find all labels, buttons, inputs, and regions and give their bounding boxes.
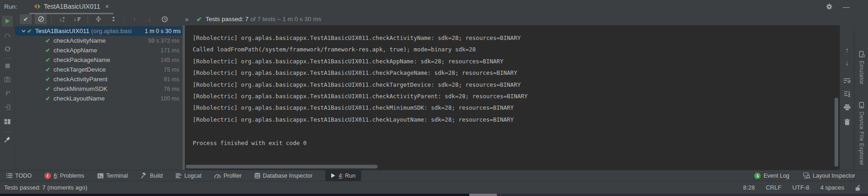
bottom-edge-segment [0,194,469,196]
scroll-up-button[interactable]: ↑ [842,45,852,54]
layout-inspector-icon [803,173,810,179]
test-passed-icon: ✔ [45,76,50,83]
test-tree-root-row[interactable]: ✔ TestA1BasicUIX011 (org.aplas.basi 1 m … [15,26,183,36]
toggle-auto-test-icon[interactable] [2,43,13,54]
test-tree-row[interactable]: ✔ checkLayoutName 100 ms [15,94,183,103]
database-icon [255,173,260,179]
layout-inspector-button[interactable]: Layout Inspector [803,170,855,181]
caret-position-widget[interactable]: 8:28 [743,184,755,191]
problems-error-badge: ! [45,173,51,179]
chevron-down-icon[interactable] [20,29,27,33]
toolbar-separator [124,16,124,23]
tool-window-button-todo[interactable]: TODO [6,170,32,181]
test-tree: ✔ TestA1BasicUIX011 (org.aplas.basi 1 m … [15,25,183,170]
next-failed-test-button: ↓ [144,14,156,24]
header-actions: — [826,3,868,11]
test-tree-row[interactable]: ✔ checkPackageName 145 ms [15,55,183,65]
tool-window-bar-right: 1 Event Log Layout Inspector [754,170,868,181]
test-passed-icon: ✔ [45,66,50,73]
tests-passed-count: Tests passed: 7 [206,16,249,22]
rerun-tests-button[interactable] [2,16,13,27]
tool-window-tab-device-file-explorer[interactable]: Device File Explorer [858,102,865,165]
logcat-icon [176,173,182,178]
tool-window-label: 4: Run [339,173,356,179]
tool-window-button-run[interactable]: 4: Run [325,170,361,181]
test-duration: 171 ms [161,47,183,54]
collapse-all-button[interactable] [107,14,119,24]
test-tree-row[interactable]: ✔ checkAppName 171 ms [15,45,183,55]
toolbar-overflow-chevron[interactable]: » [185,15,188,23]
scroll-down-button[interactable]: ↓ [842,58,852,67]
sort-alphabetically-button[interactable]: ↓ az [56,14,68,24]
tool-window-button-problems[interactable]: ! 6: Problems [45,170,84,181]
device-phone-icon [859,102,864,108]
tool-window-button-terminal[interactable]: Terminal [97,170,128,181]
tool-window-label: Build [150,173,163,179]
hide-panel-icon[interactable]: — [843,3,850,11]
stop-process-icon [2,60,13,71]
settings-gear-icon[interactable] [826,3,833,10]
pin-tab-icon[interactable] [2,134,13,145]
tool-window-label: Event Log [763,173,789,179]
test-tree-row[interactable]: ✔ checkActivityName 59 s 372 ms [15,36,183,45]
sort-by-duration-button[interactable]: ↓ [71,14,83,24]
bottom-edge-segment [469,194,497,196]
test-passed-icon: ✔ [45,85,50,92]
test-class-name: TestA1BasicUIX011 [35,28,91,34]
test-duration: 1 m 0 s 30 ms [145,28,183,34]
test-filter-toolbar: ✔ ↓ az [15,13,840,25]
show-ignored-toggle[interactable] [35,14,47,24]
indentation-widget[interactable]: 4 spaces [820,184,844,191]
emulator-icon [858,51,865,57]
tool-window-button-build[interactable]: Build [141,170,163,181]
test-duration: 100 ms [161,95,183,102]
collapse-all-icon [111,16,117,22]
test-tree-row[interactable]: ✔ checkTargetDevice 75 ms [15,65,183,74]
expand-all-button[interactable] [92,14,104,24]
event-log-button[interactable]: 1 Event Log [754,170,789,181]
run-panel-header: Run: TestA1BasicUIX011 × [0,0,868,13]
test-history-button[interactable] [159,14,171,24]
test-method-name: checkActivityParent [53,76,107,83]
build-hammer-icon [141,173,147,179]
vertical-scrollbar[interactable] [835,98,838,167]
tool-window-tab-emulator[interactable]: Emulator [858,51,865,84]
test-method-name: checkLayoutName [53,95,105,102]
down-arrow-icon: ↓ [846,59,849,67]
restore-layout-icon[interactable] [2,116,13,127]
import-test-results-icon [2,101,13,112]
clear-console-trash-icon[interactable] [842,118,852,126]
print-icon[interactable] [842,103,852,112]
test-class-package: (org.aplas.basi [91,28,132,34]
soft-wrap-icon[interactable] [842,77,852,85]
console-line: Process finished with exit code 0 [193,137,840,149]
toolbar-separator [3,58,11,58]
test-passed-icon: ✔ [45,95,50,102]
test-duration: 91 ms [164,76,183,83]
terminal-icon [97,173,104,179]
unlock-icon[interactable] [855,185,861,191]
tool-window-button-database-inspector[interactable]: Database Inspector [255,170,312,181]
console-line: [Robolectric] org.aplas.basicappx.TestA1… [193,32,840,44]
tool-window-button-logcat[interactable]: Logcat [176,170,202,181]
test-tree-row[interactable]: ✔ checkMinimumSDK 76 ms [15,84,183,94]
test-tree-row[interactable]: ✔ checkActivityParent 91 ms [15,74,183,84]
line-ending-widget[interactable]: CRLF [766,184,781,191]
tool-window-button-profiler[interactable]: Profiler [214,170,242,181]
close-tab-icon[interactable]: × [105,3,109,10]
encoding-widget[interactable]: UTF-8 [792,184,809,191]
run-panel-main: ✔ ↓ az [0,13,868,170]
test-method-name: checkActivityName [53,37,106,44]
run-configuration-tab[interactable]: TestA1BasicUIX011 × [29,0,114,13]
console-line: [Robolectric] org.aplas.basicappx.TestA1… [193,102,840,113]
tool-window-label: Layout Inspector [813,173,855,179]
show-passed-toggle[interactable]: ✔ [20,14,32,24]
tool-window-bar: TODO ! 6: Problems Terminal [0,170,868,181]
scroll-to-end-icon[interactable] [842,90,852,98]
tests-summary-details: of 7 tests – 1 m 0 s 30 ms [249,16,321,22]
horizontal-scrollbar[interactable] [186,165,378,168]
tool-window-tab-label: Emulator [858,61,865,84]
console-line: [Robolectric] org.aplas.basicappx.TestA1… [193,114,840,125]
event-log-count-badge: 1 [754,173,761,179]
tool-window-label: Terminal [106,173,128,179]
